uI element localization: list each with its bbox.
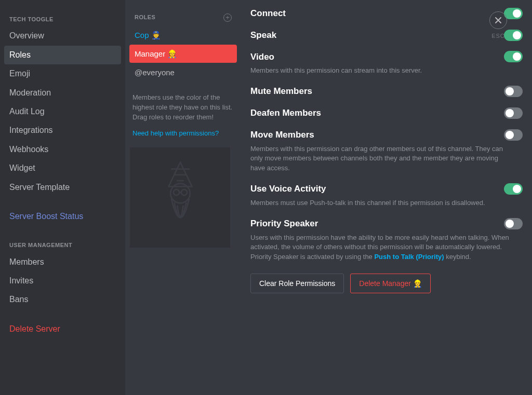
sidebar-item-overview[interactable]: Overview bbox=[4, 26, 121, 45]
permission-toggle[interactable] bbox=[504, 183, 523, 195]
role-item-everyone[interactable]: @everyone bbox=[129, 63, 237, 81]
permission-row: Move MembersMembers with this permission… bbox=[250, 129, 523, 173]
role-item-cop[interactable]: Cop 👮 bbox=[129, 26, 237, 44]
permission-toggle[interactable] bbox=[504, 51, 523, 62]
sidebar-item-bans[interactable]: Bans bbox=[4, 290, 121, 309]
sidebar-item-roles[interactable]: Roles bbox=[4, 46, 121, 64]
permission-description: Members with this permission can drag ot… bbox=[250, 144, 523, 174]
permission-description: Users with this permission have the abil… bbox=[250, 233, 523, 263]
sidebar-item-members[interactable]: Members bbox=[4, 253, 121, 271]
permission-row: Mute Members bbox=[250, 85, 523, 98]
sidebar-item-delete-server[interactable]: Delete Server bbox=[4, 320, 121, 338]
sidebar-item-audit-log[interactable]: Audit Log bbox=[4, 102, 121, 121]
sidebar-section-server: TECH TOOGLE bbox=[4, 12, 121, 26]
sidebar-item-server-boost[interactable]: Server Boost Status bbox=[4, 207, 121, 226]
wizard-icon bbox=[149, 158, 211, 236]
permission-row: Priority SpeakerUsers with this permissi… bbox=[250, 217, 523, 262]
clear-permissions-button[interactable]: Clear Role Permissions bbox=[250, 274, 344, 293]
permission-toggle[interactable] bbox=[504, 129, 523, 141]
sidebar-item-widget[interactable]: Widget bbox=[4, 159, 121, 178]
permission-title: Priority Speaker bbox=[250, 217, 318, 230]
sidebar-item-moderation[interactable]: Moderation bbox=[4, 84, 121, 102]
permission-row: Connect bbox=[250, 7, 523, 20]
svg-point-5 bbox=[181, 189, 187, 195]
permission-title: Mute Members bbox=[250, 85, 312, 98]
permissions-content: ConnectSpeakVideoMembers with this permi… bbox=[241, 0, 532, 395]
permission-title: Deafen Members bbox=[250, 107, 321, 119]
permission-title: Use Voice Activity bbox=[250, 183, 326, 195]
sidebar-section-user-management: USER MANAGEMENT bbox=[4, 238, 121, 252]
permission-toggle[interactable] bbox=[504, 86, 523, 97]
role-item-manager[interactable]: Manager 👷 bbox=[129, 45, 237, 63]
permission-row: Deafen Members bbox=[250, 107, 523, 119]
settings-sidebar: TECH TOOGLE Overview Roles Emoji Moderat… bbox=[0, 0, 125, 395]
permission-row: VideoMembers with this permission can st… bbox=[250, 51, 523, 76]
sidebar-item-server-template[interactable]: Server Template bbox=[4, 178, 121, 197]
roles-panel: ROLES + Cop 👮 Manager 👷 @everyone Member… bbox=[125, 0, 241, 395]
permission-description: Members must use Push-to-talk in this ch… bbox=[250, 198, 523, 208]
permission-toggle[interactable] bbox=[504, 218, 523, 229]
sidebar-item-integrations[interactable]: Integrations bbox=[4, 121, 121, 140]
permission-row: Use Voice ActivityMembers must use Push-… bbox=[250, 183, 523, 208]
close-icon[interactable] bbox=[489, 11, 507, 29]
delete-role-button[interactable]: Delete Manager 👷 bbox=[350, 274, 431, 293]
permission-title: Speak bbox=[250, 29, 276, 42]
permission-title: Connect bbox=[250, 7, 286, 20]
roles-help-link[interactable]: Need help with permissions? bbox=[129, 129, 237, 138]
permission-title: Video bbox=[250, 51, 274, 63]
add-role-icon[interactable]: + bbox=[223, 13, 232, 22]
esc-label: ESC bbox=[491, 32, 505, 40]
permission-row: Speak bbox=[250, 29, 523, 42]
roles-note: Members use the color of the highest rol… bbox=[129, 93, 237, 122]
wizard-illustration bbox=[130, 147, 230, 248]
permission-toggle[interactable] bbox=[504, 107, 523, 119]
keybind-link[interactable]: Push to Talk (Priority) bbox=[374, 253, 444, 261]
permission-title: Move Members bbox=[250, 129, 314, 141]
permission-description: Members with this permission can stream … bbox=[250, 66, 523, 76]
roles-header: ROLES bbox=[135, 13, 155, 21]
svg-point-4 bbox=[173, 189, 179, 195]
sidebar-item-invites[interactable]: Invites bbox=[4, 271, 121, 290]
sidebar-item-webhooks[interactable]: Webhooks bbox=[4, 140, 121, 159]
sidebar-item-emoji[interactable]: Emoji bbox=[4, 64, 121, 83]
